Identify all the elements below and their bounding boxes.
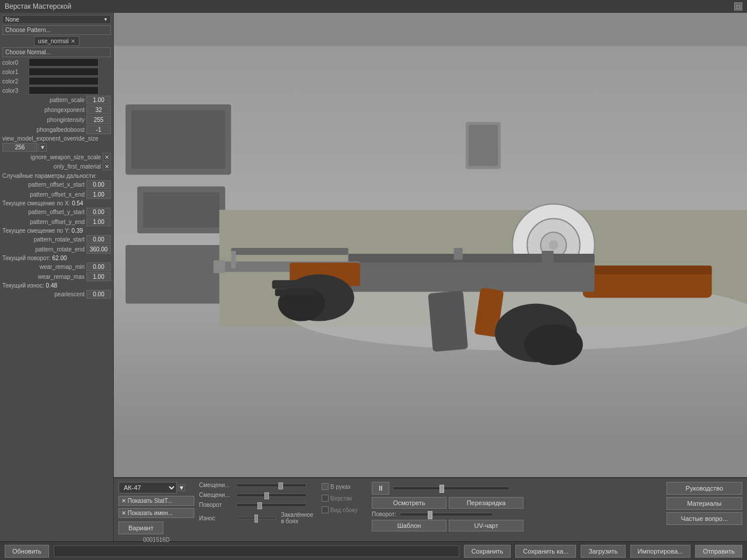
wear-remap-max-input[interactable]	[86, 272, 111, 281]
svg-rect-13	[469, 125, 498, 166]
color0-picker[interactable]	[29, 58, 99, 66]
rotate-playback-slider[interactable]	[400, 513, 493, 516]
title-label: Верстак Мастерской	[5, 2, 71, 10]
ignore-weapon-scale-row: ignore_weapon_size_scale ✕	[2, 153, 111, 161]
svg-point-31	[524, 324, 582, 365]
offset-x-start-row: pattern_offset_x_start	[2, 180, 111, 189]
only-first-material-toggle[interactable]: ✕	[103, 162, 111, 170]
svg-rect-33	[275, 289, 316, 296]
view-workbench-button[interactable]: Верстак	[320, 494, 367, 503]
none-dropdown[interactable]: None ▼	[2, 15, 111, 24]
rotate-start-input[interactable]	[86, 235, 111, 244]
materials-button[interactable]: Материалы	[666, 497, 742, 510]
phongexponent-input[interactable]	[86, 106, 111, 114]
weapon-svg	[114, 13, 747, 477]
variant-button[interactable]: Вариант	[118, 522, 163, 534]
current-y-label: Текущее смещение по Y: 0.39	[2, 228, 111, 234]
offset-y-start-row: pattern_offset_y_start	[2, 208, 111, 216]
svg-rect-3	[131, 110, 225, 169]
template-button[interactable]: Шаблон	[372, 520, 446, 531]
offset1-slider[interactable]	[236, 484, 306, 487]
size-select-row: ▼	[2, 143, 111, 152]
guide-button[interactable]: Руководство	[666, 482, 742, 495]
view-hands-button[interactable]: В руках	[320, 482, 367, 491]
show-statt-button[interactable]: ✕ Показать StatT...	[118, 496, 194, 506]
svg-rect-6	[125, 245, 231, 303]
svg-rect-27	[542, 251, 553, 262]
playback-slider[interactable]	[393, 487, 509, 490]
offset-x-start-input[interactable]	[86, 180, 111, 189]
send-button[interactable]: Отправить	[695, 545, 742, 558]
faq-button[interactable]: Частые вопро...	[666, 512, 742, 525]
update-button[interactable]: Обновить	[5, 545, 49, 558]
pause-button[interactable]: ⏸	[372, 482, 389, 495]
wear-slider[interactable]	[236, 516, 276, 520]
titlebar: Верстак Мастерской □	[0, 0, 747, 13]
offset-y-end-label: pattern_offset_y_end	[2, 219, 85, 225]
save-button[interactable]: Сохранить	[464, 545, 511, 558]
workbench-icon	[322, 495, 329, 502]
ignore-weapon-scale-toggle[interactable]: ✕	[103, 153, 111, 161]
phongintensity-input[interactable]	[86, 116, 111, 124]
save-as-button[interactable]: Сохранить ка...	[515, 545, 576, 558]
color3-label: color3	[2, 88, 29, 94]
pattern-scale-input[interactable]	[86, 96, 111, 104]
offset-x-end-row: pattern_offset_x_end	[2, 190, 111, 199]
inspect-button[interactable]: Осмотреть	[372, 497, 446, 509]
color2-row: color2	[2, 77, 111, 85]
offset1-label: Смещени...	[199, 482, 234, 488]
use-normal-button[interactable]: use_normal ✕	[34, 36, 79, 46]
offset2-slider-row: Смещени...	[199, 492, 316, 498]
pearlescent-row: pearlescent	[2, 290, 111, 299]
weapon-selector[interactable]: АК-47 M4A4 AWP	[118, 482, 177, 494]
rotate-slider[interactable]	[236, 503, 306, 507]
color2-picker[interactable]	[29, 77, 99, 85]
color3-picker[interactable]	[29, 86, 99, 94]
show-name-button[interactable]: ✕ Показать имен...	[118, 508, 194, 518]
rotate-end-input[interactable]	[86, 245, 111, 254]
svg-rect-19	[428, 290, 468, 352]
svg-rect-32	[272, 280, 319, 289]
phongalbedoboost-input[interactable]	[86, 125, 111, 134]
rotate-end-label: pattern_rotate_end	[2, 246, 85, 253]
use-normal-x-icon: ✕	[71, 38, 75, 44]
left-panel: None ▼ Choose Pattern... use_normal ✕ Ch…	[0, 13, 114, 541]
weapon-col: АК-47 M4A4 AWP ▼ ✕ Показать StatT... ✕ П…	[118, 482, 194, 543]
choose-normal-button[interactable]: Choose Normal...	[2, 47, 111, 57]
current-wear-label: Текущий износ: 0.48	[2, 282, 111, 289]
close-button[interactable]: □	[734, 2, 742, 10]
phongalbedoboost-row: phongalbedoboost	[2, 125, 111, 134]
load-button[interactable]: Загрузить	[581, 545, 625, 558]
reload-button[interactable]: Перезарядка	[449, 497, 523, 509]
offset-y-end-input[interactable]	[86, 218, 111, 226]
svg-rect-16	[583, 265, 712, 274]
wear-remap-min-input[interactable]	[86, 262, 111, 271]
rotate-slider-label: Поворот	[199, 502, 234, 508]
size-input[interactable]	[2, 143, 37, 152]
svg-rect-25	[231, 251, 236, 268]
viewport	[114, 13, 747, 477]
svg-rect-22	[231, 248, 348, 255]
offset1-slider-row: Смещени...	[199, 482, 316, 488]
weapon-selector-arrow[interactable]: ▼	[178, 484, 185, 491]
svg-rect-18	[348, 254, 595, 262]
offset-y-start-label: pattern_offset_y_start	[2, 209, 85, 215]
offset2-slider[interactable]	[236, 494, 306, 497]
offset-x-end-input[interactable]	[86, 190, 111, 199]
view-side-button[interactable]: Вид сбоку	[320, 505, 367, 514]
status-input[interactable]	[54, 545, 459, 557]
color1-picker[interactable]	[29, 68, 99, 76]
side-icon	[322, 506, 329, 513]
size-dropdown-btn[interactable]: ▼	[39, 144, 47, 152]
pearlescent-input[interactable]	[86, 290, 111, 299]
choose-pattern-button[interactable]: Choose Pattern...	[2, 25, 111, 35]
ignore-weapon-scale-label: ignore_weapon_size_scale	[2, 154, 101, 160]
uv-chart-button[interactable]: UV-чарт	[449, 520, 523, 531]
phongintensity-row: phongintensity	[2, 116, 111, 124]
color1-row: color1	[2, 68, 111, 76]
rotate-start-label: pattern_rotate_start	[2, 236, 85, 243]
import-button[interactable]: Импортирова...	[630, 545, 691, 558]
current-x-label: Текущее смещение по X: 0.54	[2, 200, 111, 206]
offset-y-start-input[interactable]	[86, 208, 111, 216]
wear-remap-max-label: wear_remap_max	[2, 274, 85, 280]
